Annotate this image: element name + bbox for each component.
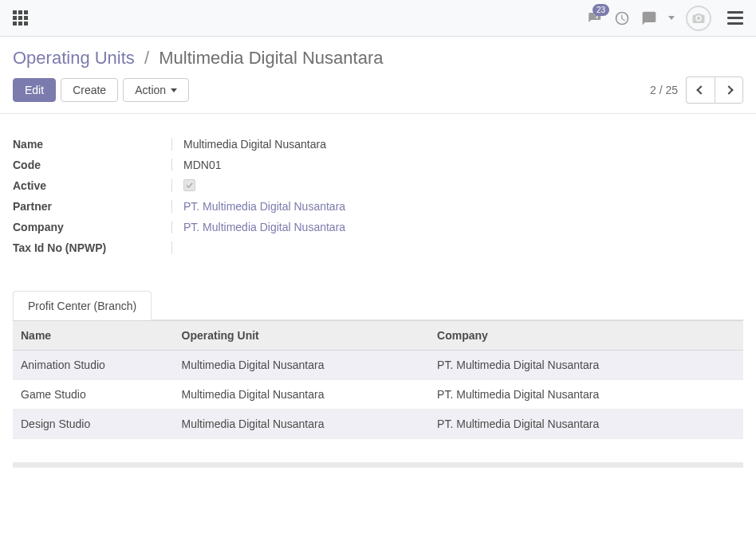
messages-icon[interactable] xyxy=(641,10,657,26)
value-name: Multimedia Digital Nusantara xyxy=(172,138,571,151)
col-company[interactable]: Company xyxy=(429,321,743,351)
cell-company: PT. Multimedia Digital Nusantara xyxy=(429,380,743,410)
label-company: Company xyxy=(13,221,172,233)
activity-badge: 23 xyxy=(593,4,609,16)
action-button[interactable]: Action xyxy=(123,78,189,102)
value-tax xyxy=(172,241,571,254)
control-bar: Edit Create Action 2 / 25 xyxy=(0,76,756,114)
value-company[interactable]: PT. Multimedia Digital Nusantara xyxy=(172,221,571,233)
tab-profit-center[interactable]: Profit Center (Branch) xyxy=(13,291,152,320)
label-active: Active xyxy=(13,179,172,192)
breadcrumb-current: Multimedia Digital Nusantara xyxy=(159,48,383,68)
form-sheet: Name Multimedia Digital Nusantara Code M… xyxy=(0,114,756,270)
topbar: 23 xyxy=(0,0,756,37)
avatar[interactable] xyxy=(686,6,711,31)
cell-ou: Multimedia Digital Nusantara xyxy=(174,351,430,380)
label-partner: Partner xyxy=(13,200,172,213)
company-dropdown[interactable] xyxy=(668,16,675,20)
col-name[interactable]: Name xyxy=(13,321,174,351)
edit-button[interactable]: Edit xyxy=(13,78,56,102)
label-tax: Tax Id No (NPWP) xyxy=(13,241,172,254)
table-row[interactable]: Game StudioMultimedia Digital NusantaraP… xyxy=(13,380,743,410)
pager-nav xyxy=(686,76,743,104)
camera-icon xyxy=(691,11,706,25)
table-row[interactable]: Animation StudioMultimedia Digital Nusan… xyxy=(13,351,743,380)
breadcrumb-parent[interactable]: Operating Units xyxy=(13,48,135,68)
cell-company: PT. Multimedia Digital Nusantara xyxy=(429,351,743,380)
cell-company: PT. Multimedia Digital Nusantara xyxy=(429,410,743,439)
cell-name: Animation Studio xyxy=(13,351,174,380)
chevron-left-icon xyxy=(696,85,705,94)
table-row-empty xyxy=(13,439,743,463)
pager-prev[interactable] xyxy=(686,76,715,104)
clock-icon[interactable] xyxy=(614,10,630,26)
apps-icon[interactable] xyxy=(13,10,28,25)
activity-icon[interactable]: 23 xyxy=(587,10,603,26)
tab-strip: Profit Center (Branch) xyxy=(13,291,743,320)
cell-name: Design Studio xyxy=(13,410,174,439)
pager-next[interactable] xyxy=(715,76,743,104)
active-checkbox xyxy=(183,179,195,191)
branch-table: Name Operating Unit Company Animation St… xyxy=(13,320,743,468)
col-ou[interactable]: Operating Unit xyxy=(174,321,430,351)
cell-name: Game Studio xyxy=(13,380,174,410)
label-code: Code xyxy=(13,159,172,171)
pager-count[interactable]: 2 / 25 xyxy=(650,84,678,96)
create-button[interactable]: Create xyxy=(61,78,118,102)
chevron-down-icon xyxy=(668,16,675,20)
label-name: Name xyxy=(13,138,172,151)
chevron-right-icon xyxy=(724,85,733,94)
table-header-row: Name Operating Unit Company xyxy=(13,321,743,351)
cell-ou: Multimedia Digital Nusantara xyxy=(174,380,430,410)
value-code: MDN01 xyxy=(172,159,571,171)
action-button-label: Action xyxy=(135,84,166,96)
breadcrumb: Operating Units / Multimedia Digital Nus… xyxy=(0,37,756,76)
check-icon xyxy=(185,181,194,190)
value-active xyxy=(172,179,571,192)
chevron-down-icon xyxy=(171,88,177,92)
cell-ou: Multimedia Digital Nusantara xyxy=(174,410,430,439)
menu-icon[interactable] xyxy=(727,11,743,25)
table-row[interactable]: Design StudioMultimedia Digital Nusantar… xyxy=(13,410,743,439)
breadcrumb-sep: / xyxy=(144,48,149,68)
value-partner[interactable]: PT. Multimedia Digital Nusantara xyxy=(172,200,571,213)
